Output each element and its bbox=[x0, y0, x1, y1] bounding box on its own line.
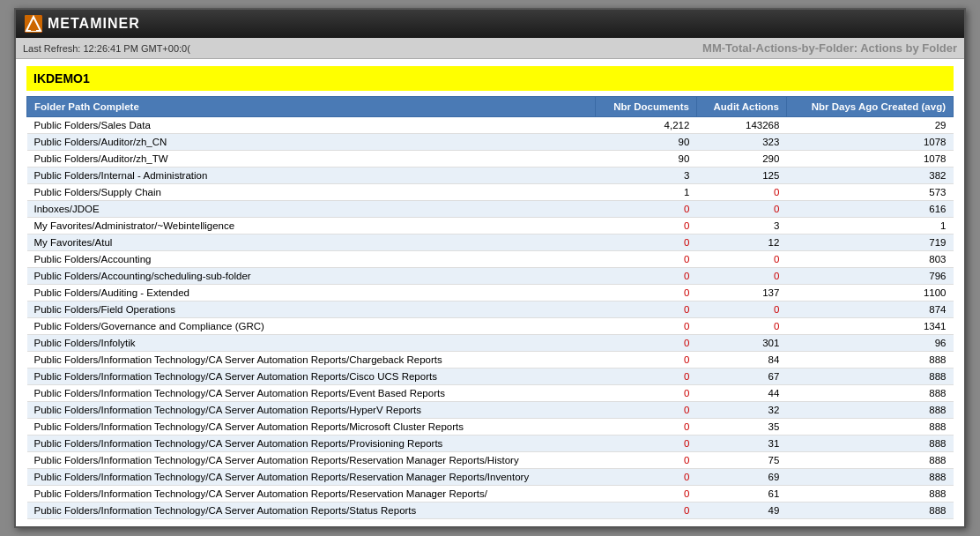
table-header: Folder Path Complete Nbr Documents Audit… bbox=[27, 97, 954, 117]
cell-folder-path: Public Folders/Field Operations bbox=[27, 302, 596, 318]
last-refresh: Last Refresh: 12:26:41 PM GMT+00:0( bbox=[23, 43, 190, 54]
cell-nbr-days: 888 bbox=[786, 436, 953, 452]
cell-audit-actions: 0 bbox=[696, 184, 786, 201]
cell-nbr-days: 888 bbox=[786, 502, 953, 519]
table-row: Public Folders/Accounting00803 bbox=[27, 251, 954, 268]
cell-nbr-docs: 0 bbox=[596, 385, 697, 402]
cell-folder-path: Inboxes/JDOE bbox=[27, 201, 596, 218]
cell-nbr-docs: 0 bbox=[596, 218, 697, 234]
cell-audit-actions: 143268 bbox=[696, 117, 786, 134]
table-body: Public Folders/Sales Data4,21214326829Pu… bbox=[27, 117, 954, 519]
cell-nbr-docs: 0 bbox=[596, 368, 697, 385]
table-row: Public Folders/Information Technology/CA… bbox=[27, 402, 954, 419]
cell-nbr-docs: 0 bbox=[596, 469, 697, 486]
cell-folder-path: Public Folders/Information Technology/CA… bbox=[27, 436, 596, 452]
cell-audit-actions: 75 bbox=[696, 452, 786, 469]
titlebar: METAMINER bbox=[16, 10, 964, 38]
cell-audit-actions: 137 bbox=[696, 285, 786, 302]
cell-audit-actions: 323 bbox=[696, 134, 786, 151]
cell-folder-path: Public Folders/Information Technology/CA… bbox=[27, 452, 596, 469]
cell-nbr-days: 874 bbox=[786, 302, 953, 318]
app-logo: METAMINER bbox=[25, 15, 140, 33]
table-row: Inboxes/JDOE00616 bbox=[27, 201, 954, 218]
cell-nbr-docs: 0 bbox=[596, 318, 697, 335]
cell-nbr-days: 1078 bbox=[786, 134, 953, 151]
cell-nbr-docs: 0 bbox=[596, 201, 697, 218]
table-row: Public Folders/Information Technology/CA… bbox=[27, 352, 954, 368]
cell-audit-actions: 31 bbox=[696, 436, 786, 452]
cell-nbr-days: 1 bbox=[786, 218, 953, 234]
table-row: Public Folders/Sales Data4,21214326829 bbox=[27, 117, 954, 134]
table-row: Public Folders/Information Technology/CA… bbox=[27, 385, 954, 402]
table-row: Public Folders/Internal - Administration… bbox=[27, 168, 954, 184]
cell-nbr-docs: 0 bbox=[596, 268, 697, 285]
cell-nbr-days: 29 bbox=[786, 117, 953, 134]
cell-nbr-days: 888 bbox=[786, 452, 953, 469]
col-header-folder-path: Folder Path Complete bbox=[27, 97, 596, 117]
cell-nbr-days: 888 bbox=[786, 486, 953, 502]
cell-audit-actions: 0 bbox=[696, 251, 786, 268]
cell-audit-actions: 32 bbox=[696, 402, 786, 419]
cell-nbr-docs: 0 bbox=[596, 234, 697, 251]
cell-nbr-docs: 0 bbox=[596, 335, 697, 352]
table-row: Public Folders/Information Technology/CA… bbox=[27, 486, 954, 502]
cell-folder-path: Public Folders/Information Technology/CA… bbox=[27, 486, 596, 502]
cell-nbr-docs: 90 bbox=[596, 134, 697, 151]
cell-audit-actions: 61 bbox=[696, 486, 786, 502]
cell-folder-path: Public Folders/Supply Chain bbox=[27, 184, 596, 201]
toolbar: Last Refresh: 12:26:41 PM GMT+00:0( MM-T… bbox=[16, 38, 964, 59]
cell-audit-actions: 49 bbox=[696, 502, 786, 519]
cell-nbr-docs: 90 bbox=[596, 151, 697, 168]
report-title: MM-Total-Actions-by-Folder: Actions by F… bbox=[702, 41, 957, 55]
table-row: Public Folders/Information Technology/CA… bbox=[27, 452, 954, 469]
cell-folder-path: Public Folders/Information Technology/CA… bbox=[27, 502, 596, 519]
content-area: IKDEMO1 Folder Path Complete Nbr Documen… bbox=[16, 59, 964, 526]
cell-folder-path: Public Folders/Auditor/zh_CN bbox=[27, 134, 596, 151]
table-row: Public Folders/Information Technology/CA… bbox=[27, 419, 954, 436]
section-header: IKDEMO1 bbox=[26, 66, 954, 91]
cell-folder-path: Public Folders/Accounting/scheduling-sub… bbox=[27, 268, 596, 285]
table-row: Public Folders/Field Operations00874 bbox=[27, 302, 954, 318]
cell-audit-actions: 69 bbox=[696, 469, 786, 486]
cell-folder-path: Public Folders/Internal - Administration bbox=[27, 168, 596, 184]
cell-audit-actions: 67 bbox=[696, 368, 786, 385]
cell-folder-path: Public Folders/Auditing - Extended bbox=[27, 285, 596, 302]
cell-folder-path: Public Folders/Information Technology/CA… bbox=[27, 385, 596, 402]
cell-audit-actions: 84 bbox=[696, 352, 786, 368]
cell-nbr-days: 796 bbox=[786, 268, 953, 285]
table-row: My Favorites/Administrator/~Webintellige… bbox=[27, 218, 954, 234]
cell-nbr-days: 719 bbox=[786, 234, 953, 251]
cell-nbr-days: 382 bbox=[786, 168, 953, 184]
cell-nbr-docs: 0 bbox=[596, 302, 697, 318]
table-row: Public Folders/Information Technology/CA… bbox=[27, 368, 954, 385]
cell-nbr-days: 888 bbox=[786, 368, 953, 385]
app-title: METAMINER bbox=[48, 16, 140, 32]
cell-nbr-days: 573 bbox=[786, 184, 953, 201]
cell-nbr-docs: 0 bbox=[596, 486, 697, 502]
cell-nbr-days: 888 bbox=[786, 402, 953, 419]
cell-folder-path: Public Folders/Infolytik bbox=[27, 335, 596, 352]
cell-folder-path: Public Folders/Information Technology/CA… bbox=[27, 368, 596, 385]
cell-folder-path: Public Folders/Information Technology/CA… bbox=[27, 469, 596, 486]
cell-nbr-days: 616 bbox=[786, 201, 953, 218]
cell-folder-path: Public Folders/Governance and Compliance… bbox=[27, 318, 596, 335]
cell-folder-path: Public Folders/Information Technology/CA… bbox=[27, 352, 596, 368]
cell-folder-path: My Favorites/Atul bbox=[27, 234, 596, 251]
cell-nbr-days: 888 bbox=[786, 469, 953, 486]
col-header-audit-actions: Audit Actions bbox=[696, 97, 786, 117]
cell-folder-path: My Favorites/Administrator/~Webintellige… bbox=[27, 218, 596, 234]
cell-nbr-docs: 4,212 bbox=[596, 117, 697, 134]
cell-audit-actions: 125 bbox=[696, 168, 786, 184]
cell-audit-actions: 0 bbox=[696, 268, 786, 285]
cell-nbr-docs: 0 bbox=[596, 452, 697, 469]
table-row: Public Folders/Supply Chain10573 bbox=[27, 184, 954, 201]
svg-rect-2 bbox=[31, 24, 36, 31]
cell-nbr-days: 1078 bbox=[786, 151, 953, 168]
table-row: Public Folders/Accounting/scheduling-sub… bbox=[27, 268, 954, 285]
table-row: Public Folders/Information Technology/CA… bbox=[27, 502, 954, 519]
cell-folder-path: Public Folders/Information Technology/CA… bbox=[27, 402, 596, 419]
cell-audit-actions: 3 bbox=[696, 218, 786, 234]
table-row: Public Folders/Auditor/zh_CN903231078 bbox=[27, 134, 954, 151]
table-row: My Favorites/Atul012719 bbox=[27, 234, 954, 251]
table-row: Public Folders/Governance and Compliance… bbox=[27, 318, 954, 335]
